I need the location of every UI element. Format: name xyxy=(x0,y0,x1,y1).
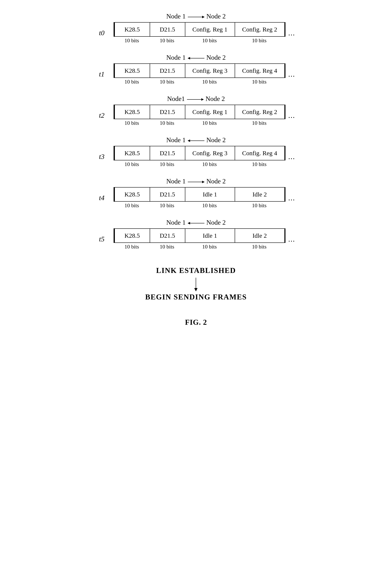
arrow-t3 xyxy=(187,136,205,144)
ellipsis-t1: ... xyxy=(288,70,295,78)
bits-cell-t0-0: 10 bits xyxy=(114,37,150,44)
ellipsis-t0: ... xyxy=(288,29,295,37)
cell-t0-3: Config. Reg 2 xyxy=(235,22,285,37)
frame-row-t2: t2K28.5D21.5Config. Reg 1Config. Reg 210… xyxy=(97,105,295,126)
node-to-t3: Node 2 xyxy=(207,136,226,144)
node-from-t1: Node 1 xyxy=(166,54,185,61)
arrow-t1 xyxy=(187,54,205,61)
direction-label-t3: Node 1Node 2 xyxy=(166,136,226,144)
link-established-label: LINK ESTABLISHED xyxy=(156,266,236,275)
down-arrow-icon xyxy=(194,278,198,291)
cell-t2-1: D21.5 xyxy=(150,105,185,119)
bits-row-t2: 10 bits10 bits10 bits10 bits xyxy=(114,119,284,126)
arrow-t4 xyxy=(187,177,205,185)
bits-cell-t1-1: 10 bits xyxy=(150,78,185,85)
row-group-t1: Node 1Node 2t1K28.5D21.5Config. Reg 3Con… xyxy=(97,54,295,85)
frame-wrapper-t2: K28.5D21.5Config. Reg 1Config. Reg 210 b… xyxy=(114,105,285,126)
time-label-t3: t3 xyxy=(97,153,114,161)
cell-t5-2: Idle 1 xyxy=(185,228,235,243)
frame-cells-t1: K28.5D21.5Config. Reg 3Config. Reg 4 xyxy=(114,64,285,78)
node-to-t5: Node 2 xyxy=(207,219,226,226)
bits-cell-t5-3: 10 bits xyxy=(235,243,284,250)
ellipsis-t4: ... xyxy=(288,194,295,202)
right-bracket-wrap-t4 xyxy=(285,187,285,202)
arrow-line-t2 xyxy=(187,99,204,100)
bits-cell-t3-0: 10 bits xyxy=(114,160,150,167)
frame-cells-t4: K28.5D21.5Idle 1Idle 2 xyxy=(114,187,285,202)
cell-t0-2: Config. Reg 1 xyxy=(185,22,235,37)
cell-t1-1: D21.5 xyxy=(150,64,185,78)
node-to-t2: Node 2 xyxy=(206,95,225,103)
node-from-t2: Node1 xyxy=(167,95,185,103)
right-bracket-wrap-t5 xyxy=(285,228,285,243)
cell-t5-0: K28.5 xyxy=(115,228,150,243)
cell-t0-0: K28.5 xyxy=(115,22,150,37)
bits-cell-t1-0: 10 bits xyxy=(114,78,150,85)
row-group-t2: Node1Node 2t2K28.5D21.5Config. Reg 1Conf… xyxy=(97,95,295,126)
row-group-t0: Node 1Node 2t0K28.5D21.5Config. Reg 1Con… xyxy=(97,12,295,44)
right-bracket-wrap-t3 xyxy=(285,146,285,160)
arrow-line-t4 xyxy=(188,182,204,182)
node-from-t0: Node 1 xyxy=(166,12,185,20)
frame-outer-t1: K28.5D21.5Config. Reg 3Config. Reg 4 xyxy=(114,64,285,78)
bits-cell-t4-3: 10 bits xyxy=(235,202,284,209)
direction-label-t4: Node 1Node 2 xyxy=(166,177,226,185)
row-group-t3: Node 1Node 2t3K28.5D21.5Config. Reg 3Con… xyxy=(97,136,295,167)
bits-cell-t5-2: 10 bits xyxy=(185,243,235,250)
direction-label-t0: Node 1Node 2 xyxy=(166,12,226,20)
node-from-t5: Node 1 xyxy=(166,219,185,226)
cell-t3-1: D21.5 xyxy=(150,146,185,160)
time-label-t2: t2 xyxy=(97,111,114,119)
frame-outer-t5: K28.5D21.5Idle 1Idle 2 xyxy=(114,228,285,243)
frame-wrapper-t5: K28.5D21.5Idle 1Idle 210 bits10 bits10 b… xyxy=(114,228,285,250)
bits-cell-t3-2: 10 bits xyxy=(185,160,235,167)
node-to-t0: Node 2 xyxy=(207,12,226,20)
diagram-container: Node 1Node 2t0K28.5D21.5Config. Reg 1Con… xyxy=(51,12,341,327)
frame-cells-t5: K28.5D21.5Idle 1Idle 2 xyxy=(114,228,285,243)
cell-t4-0: K28.5 xyxy=(115,187,150,202)
time-label-t4: t4 xyxy=(97,194,114,202)
bits-cell-t0-3: 10 bits xyxy=(235,37,284,44)
cell-t2-0: K28.5 xyxy=(115,105,150,119)
bits-cell-t5-1: 10 bits xyxy=(150,243,185,250)
frame-outer-t3: K28.5D21.5Config. Reg 3Config. Reg 4 xyxy=(114,146,285,160)
time-label-t1: t1 xyxy=(97,70,114,78)
cell-t3-2: Config. Reg 3 xyxy=(185,146,235,160)
right-bracket-wrap-t2 xyxy=(285,105,285,119)
bits-cell-t2-3: 10 bits xyxy=(235,119,284,126)
direction-label-t2: Node1Node 2 xyxy=(167,95,225,103)
right-bracket-t0 xyxy=(285,22,285,37)
ellipsis-t5: ... xyxy=(288,235,295,243)
node-from-t3: Node 1 xyxy=(166,136,185,144)
arrow-t0 xyxy=(187,12,205,20)
frame-cells-t2: K28.5D21.5Config. Reg 1Config. Reg 2 xyxy=(114,105,285,119)
ellipsis-t3: ... xyxy=(288,152,295,161)
begin-sending-label: BEGIN SENDING FRAMES xyxy=(145,292,247,301)
bits-cell-t0-1: 10 bits xyxy=(150,37,185,44)
arrow-line-t1 xyxy=(188,58,204,59)
cell-t3-0: K28.5 xyxy=(115,146,150,160)
frame-wrapper-t4: K28.5D21.5Idle 1Idle 210 bits10 bits10 b… xyxy=(114,187,285,209)
frame-row-t5: t5K28.5D21.5Idle 1Idle 210 bits10 bits10… xyxy=(97,228,295,250)
frame-cells-t0: K28.5D21.5Config. Reg 1Config. Reg 2 xyxy=(114,22,285,37)
ellipsis-t2: ... xyxy=(288,111,295,120)
cell-t2-3: Config. Reg 2 xyxy=(235,105,285,119)
cell-t1-2: Config. Reg 3 xyxy=(185,64,235,78)
right-bracket-t1 xyxy=(285,64,285,78)
figure-caption: FIG. 2 xyxy=(185,318,207,327)
node-to-t1: Node 2 xyxy=(207,54,226,61)
frame-outer-t2: K28.5D21.5Config. Reg 1Config. Reg 2 xyxy=(114,105,285,119)
cell-t4-2: Idle 1 xyxy=(185,187,235,202)
bits-cell-t2-1: 10 bits xyxy=(150,119,185,126)
frame-row-t4: t4K28.5D21.5Idle 1Idle 210 bits10 bits10… xyxy=(97,187,295,209)
arrow-line-t0 xyxy=(188,17,204,17)
cell-t3-3: Config. Reg 4 xyxy=(235,146,285,160)
cell-t1-0: K28.5 xyxy=(115,64,150,78)
frame-outer-t0: K28.5D21.5Config. Reg 1Config. Reg 2 xyxy=(114,22,285,37)
bits-cell-t3-3: 10 bits xyxy=(235,160,284,167)
node-to-t4: Node 2 xyxy=(207,177,226,185)
frame-cells-t3: K28.5D21.5Config. Reg 3Config. Reg 4 xyxy=(114,146,285,160)
right-bracket-t2 xyxy=(285,105,285,119)
right-bracket-wrap-t1 xyxy=(285,64,285,78)
row-group-t5: Node 1Node 2t5K28.5D21.5Idle 1Idle 210 b… xyxy=(97,219,295,250)
